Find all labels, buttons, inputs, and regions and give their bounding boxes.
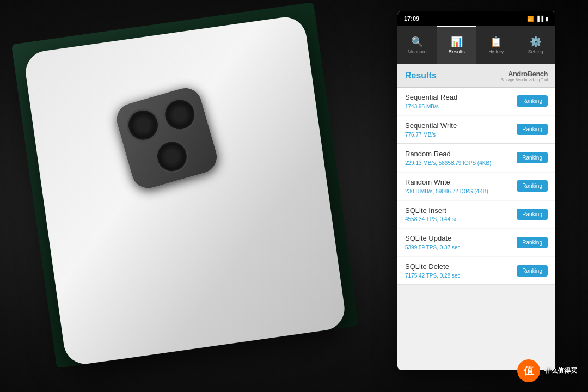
camera-lens-2 bbox=[160, 94, 200, 134]
tab-history[interactable]: 📋 History bbox=[476, 26, 516, 64]
ranking-btn-sequential-write[interactable]: Ranking bbox=[517, 124, 548, 135]
result-info-sequential-read: Sequential Read 1743.95 MB/s bbox=[405, 93, 512, 109]
result-value-sqlite-update: 5399.59 TPS, 0.37 sec bbox=[405, 244, 512, 250]
result-row-random-write: Random Write 230.8 MB/s, 59086.72 IOPS (… bbox=[397, 173, 555, 200]
result-name-random-write: Random Write bbox=[405, 178, 512, 187]
result-value-sequential-read: 1743.95 MB/s bbox=[405, 103, 512, 109]
watermark-icon: 值 bbox=[517, 359, 540, 382]
result-name-sqlite-delete: SQLite Delete bbox=[405, 262, 512, 272]
result-value-random-write: 230.8 MB/s, 59086.72 IOPS (4KB) bbox=[405, 188, 512, 194]
result-value-random-read: 229.13 MB/s, 58658.79 IOPS (4KB) bbox=[405, 160, 512, 166]
signal-icon: ▐▐ bbox=[536, 16, 543, 22]
app-window: 17:09 📶 ▐▐ ▮ 🔍 Measure 📊 Results 📋 Histo… bbox=[397, 11, 555, 370]
ranking-btn-random-write[interactable]: Ranking bbox=[517, 180, 548, 192]
result-name-random-read: Random Read bbox=[405, 150, 512, 159]
watermark-text: 什么值得买 bbox=[544, 366, 577, 376]
result-name-sequential-write: Sequential Write bbox=[405, 121, 512, 131]
tab-setting-label: Setting bbox=[528, 49, 543, 54]
result-list: Sequential Read 1743.95 MB/s Ranking Seq… bbox=[397, 88, 555, 285]
result-info-random-read: Random Read 229.13 MB/s, 58658.79 IOPS (… bbox=[405, 150, 512, 166]
result-value-sequential-write: 776.77 MB/s bbox=[405, 132, 512, 138]
battery-icon: ▮ bbox=[546, 16, 549, 22]
result-value-sqlite-delete: 7175.42 TPS, 0.28 sec bbox=[405, 273, 512, 279]
setting-icon: ⚙️ bbox=[530, 37, 542, 47]
history-icon: 📋 bbox=[490, 37, 502, 47]
result-info-sequential-write: Sequential Write 776.77 MB/s bbox=[405, 121, 512, 138]
brand-name: AndroBench bbox=[501, 70, 548, 78]
nav-tabs: 🔍 Measure 📊 Results 📋 History ⚙️ Setting bbox=[397, 26, 555, 64]
ranking-btn-sqlite-delete[interactable]: Ranking bbox=[517, 265, 548, 277]
brand-logo: AndroBench Storage Benchmarking Tool bbox=[501, 70, 548, 82]
results-icon: 📊 bbox=[451, 37, 463, 47]
camera-lens-1 bbox=[123, 105, 163, 145]
camera-module bbox=[113, 84, 220, 192]
result-name-sequential-read: Sequential Read bbox=[405, 93, 512, 102]
ranking-btn-sqlite-insert[interactable]: Ranking bbox=[517, 209, 548, 220]
result-row-sqlite-delete: SQLite Delete 7175.42 TPS, 0.28 sec Rank… bbox=[397, 257, 555, 285]
result-info-sqlite-insert: SQLite Insert 4558.34 TPS, 0.44 sec bbox=[405, 206, 512, 223]
tab-results[interactable]: 📊 Results bbox=[437, 26, 477, 64]
tab-setting[interactable]: ⚙️ Setting bbox=[516, 26, 556, 64]
results-header: Results AndroBench Storage Benchmarking … bbox=[397, 64, 555, 88]
result-info-sqlite-delete: SQLite Delete 7175.42 TPS, 0.28 sec bbox=[405, 262, 512, 279]
measure-icon: 🔍 bbox=[411, 37, 423, 47]
camera-lens-3 bbox=[152, 136, 192, 176]
result-name-sqlite-update: SQLite Update bbox=[405, 234, 512, 243]
ranking-btn-sqlite-update[interactable]: Ranking bbox=[517, 237, 548, 248]
status-bar: 17:09 📶 ▐▐ ▮ bbox=[397, 11, 555, 26]
phone-body bbox=[23, 15, 347, 367]
watermark: 值 什么值得买 bbox=[517, 359, 577, 382]
result-row-sqlite-update: SQLite Update 5399.59 TPS, 0.37 sec Rank… bbox=[397, 229, 555, 256]
tab-results-label: Results bbox=[449, 49, 465, 54]
tab-measure[interactable]: 🔍 Measure bbox=[397, 26, 437, 64]
result-row-sqlite-insert: SQLite Insert 4558.34 TPS, 0.44 sec Rank… bbox=[397, 201, 555, 229]
result-row-random-read: Random Read 229.13 MB/s, 58658.79 IOPS (… bbox=[397, 144, 555, 172]
results-page-title: Results bbox=[405, 71, 437, 81]
ranking-btn-sequential-read[interactable]: Ranking bbox=[517, 95, 548, 107]
ranking-btn-random-read[interactable]: Ranking bbox=[517, 152, 548, 163]
result-row-sequential-write: Sequential Write 776.77 MB/s Ranking bbox=[397, 116, 555, 144]
tab-measure-label: Measure bbox=[408, 49, 427, 54]
result-row-sequential-read: Sequential Read 1743.95 MB/s Ranking bbox=[397, 88, 555, 115]
result-info-random-write: Random Write 230.8 MB/s, 59086.72 IOPS (… bbox=[405, 178, 512, 194]
result-info-sqlite-update: SQLite Update 5399.59 TPS, 0.37 sec bbox=[405, 234, 512, 250]
result-name-sqlite-insert: SQLite Insert bbox=[405, 206, 512, 216]
status-time: 17:09 bbox=[404, 15, 419, 22]
status-icons: 📶 ▐▐ ▮ bbox=[527, 16, 549, 22]
tab-history-label: History bbox=[488, 49, 504, 54]
wifi-icon: 📶 bbox=[527, 16, 534, 22]
brand-subtitle: Storage Benchmarking Tool bbox=[501, 78, 548, 82]
result-value-sqlite-insert: 4558.34 TPS, 0.44 sec bbox=[405, 216, 512, 222]
